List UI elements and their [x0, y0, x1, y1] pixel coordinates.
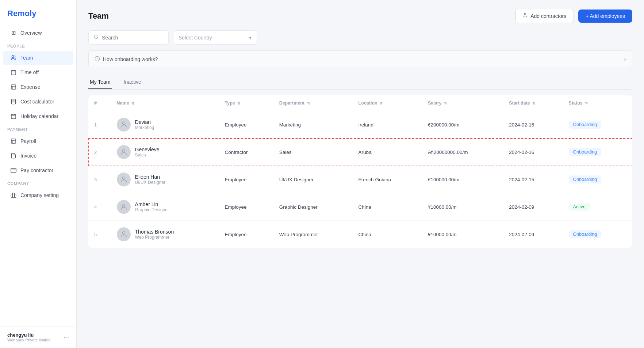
cell-start-date: 2024-02-15: [503, 111, 563, 139]
onboarding-banner[interactable]: How onboarding works? ›: [88, 50, 632, 68]
cell-start-date: 2024-02-09: [503, 193, 563, 221]
chevron-right-icon: ›: [624, 56, 626, 63]
col-header-salary[interactable]: Salary ⇅: [422, 95, 503, 111]
col-header-status[interactable]: Status ⇅: [563, 95, 632, 111]
cell-status: Onboarding: [563, 139, 632, 166]
table-row[interactable]: 1 Devian Marketing Employee Marketing Ir…: [88, 111, 632, 139]
status-sort-icon: ⇅: [585, 101, 588, 105]
app-logo[interactable]: Remoly: [0, 0, 76, 26]
invoice-icon: [10, 152, 17, 159]
header-actions: Add contractors + Add employees: [515, 9, 632, 23]
cell-name: Devian Marketing: [111, 111, 219, 139]
cell-status: Onboarding: [563, 221, 632, 248]
employee-name: Thomas Bronson: [135, 229, 174, 235]
holiday-calendar-icon: [10, 113, 17, 120]
cell-name: Eileen Han UI/UX Designer: [111, 166, 219, 193]
main-header: Team Add contractors + Add employees: [77, 0, 644, 30]
sidebar: Remoly ⊞ Overview PEOPLE Team Time off E…: [0, 0, 77, 348]
employee-role: UI/UX Designer: [135, 180, 165, 185]
svg-point-0: [12, 56, 14, 57]
sidebar-item-payroll[interactable]: Payroll: [3, 134, 73, 148]
country-select[interactable]: Select Country ▾: [173, 30, 257, 45]
col-header-name[interactable]: Name ⇅: [111, 95, 219, 111]
svg-point-28: [122, 122, 125, 125]
cell-location: Aruba: [353, 139, 422, 166]
table-row[interactable]: 3 Eileen Han UI/UX Designer Employee UI/…: [88, 166, 632, 193]
svg-rect-1: [11, 71, 16, 75]
cell-start-date: 2024-02-15: [503, 166, 563, 193]
sidebar-item-label: Expense: [20, 84, 40, 90]
svg-rect-19: [11, 169, 16, 173]
sidebar-item-company-setting[interactable]: Company setting: [3, 188, 73, 202]
more-options-button[interactable]: ···: [64, 333, 69, 341]
col-header-location[interactable]: Location ⇅: [353, 95, 422, 111]
sidebar-item-label: Time off: [20, 69, 39, 75]
cell-salary: ¥10000.00/m: [422, 221, 503, 248]
user-info: chengyu liu Wonabuy Private limited: [7, 332, 50, 342]
sidebar-item-holiday-calendar[interactable]: Holiday calendar: [3, 109, 73, 123]
svg-point-22: [524, 14, 526, 15]
employee-role: Web Programmer: [135, 235, 174, 240]
cell-location: Ireland: [353, 111, 422, 139]
date-sort-icon: ⇅: [532, 101, 535, 105]
table-row[interactable]: 4 Amber Lin Graphic Designer Employee Gr…: [88, 193, 632, 221]
status-badge: Onboarding: [569, 121, 601, 129]
sidebar-item-overview[interactable]: ⊞ Overview: [3, 26, 73, 40]
sidebar-item-expense[interactable]: Expense: [3, 80, 73, 94]
sidebar-item-invoice[interactable]: Invoice: [3, 149, 73, 163]
status-badge: Active: [569, 203, 590, 211]
sidebar-item-cost-calculator[interactable]: Cost calculator: [3, 95, 73, 109]
overview-icon: ⊞: [10, 30, 17, 36]
table-row[interactable]: 5 Thomas Bronson Web Programmer Employee…: [88, 221, 632, 248]
main-content-area: Team Add contractors + Add employees: [77, 0, 644, 348]
sidebar-item-label: Pay contractor: [20, 167, 53, 173]
tab-inactive[interactable]: Inactive: [122, 75, 143, 89]
cell-status: Onboarding: [563, 111, 632, 139]
employee-name: Devian: [135, 119, 154, 125]
tab-my-team[interactable]: My Team: [88, 75, 112, 89]
cell-department: Marketing: [273, 111, 353, 139]
cell-start-date: 2024-02-09: [503, 221, 563, 248]
col-header-type[interactable]: Type ⇅: [219, 95, 273, 111]
sidebar-bottom: chengyu liu Wonabuy Private limited ···: [0, 326, 76, 348]
cell-location: China: [353, 193, 422, 221]
cell-status: Active: [563, 193, 632, 221]
sidebar-item-label: Cost calculator: [20, 99, 54, 105]
expense-icon: [10, 84, 17, 90]
company-setting-icon: [10, 192, 17, 198]
table-row[interactable]: 2 Genevieve Sales Contractor Sales Aruba…: [88, 139, 632, 166]
search-input-wrapper[interactable]: [88, 30, 169, 45]
employee-name: Genevieve: [135, 147, 160, 152]
avatar: [117, 200, 131, 214]
sidebar-section-people: PEOPLE: [0, 40, 76, 50]
svg-point-23: [95, 35, 98, 38]
add-employees-button[interactable]: + Add employees: [578, 10, 632, 23]
col-header-start-date[interactable]: Start date ⇅: [503, 95, 563, 111]
svg-rect-12: [11, 114, 16, 119]
svg-point-29: [122, 150, 125, 152]
info-icon: [95, 56, 100, 63]
team-tabs: My Team Inactive: [88, 75, 632, 90]
add-contractors-button[interactable]: Add contractors: [515, 9, 574, 23]
onboarding-text: How onboarding works?: [103, 56, 158, 62]
type-sort-icon: ⇅: [237, 101, 240, 105]
col-header-department[interactable]: Department ⇅: [273, 95, 353, 111]
search-icon: [94, 34, 99, 41]
pay-contractor-icon: [10, 167, 17, 174]
sidebar-section-payment: PAYMENT: [0, 124, 76, 134]
team-table: # Name ⇅ Type ⇅ Department ⇅ Location ⇅ …: [88, 95, 632, 248]
cell-type: Employee: [219, 166, 273, 193]
search-field[interactable]: [102, 35, 163, 41]
avatar: [117, 173, 131, 186]
sidebar-item-pay-contractor[interactable]: Pay contractor: [3, 163, 73, 177]
chevron-down-icon: ▾: [249, 35, 252, 41]
cell-location: China: [353, 221, 422, 248]
sidebar-item-team[interactable]: Team: [3, 51, 73, 65]
main-content: Select Country ▾ How onboarding works? ›…: [77, 30, 644, 348]
user-name: chengyu liu: [7, 332, 50, 338]
cell-department: Sales: [273, 139, 353, 166]
sidebar-item-timeoff[interactable]: Time off: [3, 65, 73, 79]
cell-salary: ¥10000.00/m: [422, 193, 503, 221]
contractor-icon: [523, 13, 528, 19]
sidebar-item-label: Invoice: [20, 153, 37, 159]
